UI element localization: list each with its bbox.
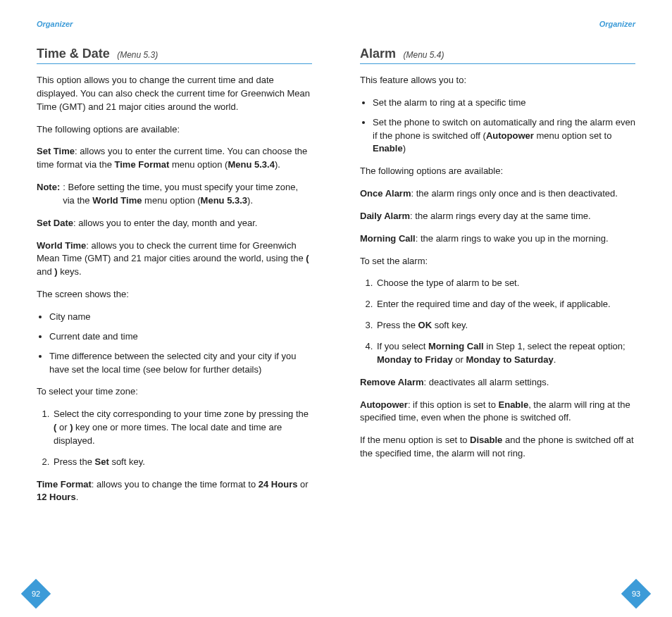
title-time-date: Time & Date [37, 46, 110, 61]
list-item: City name [49, 311, 312, 324]
page-number-left: 92 [21, 579, 51, 609]
body-left: This option allows you to change the cur… [37, 74, 312, 504]
autopower-para: Autopower: if this option is set to Enab… [360, 399, 635, 425]
once-alarm-para: Once Alarm: the alarm rings only once an… [360, 187, 635, 201]
intro-text: This option allows you to change the cur… [37, 74, 312, 114]
header-right: Organizer [360, 20, 635, 28]
options-intro: The following options are available: [360, 165, 635, 178]
page-right: Organizer Alarm (Menu 5.4) This feature … [336, 0, 672, 617]
screen-shows-list: City name Current date and time Time dif… [37, 311, 312, 376]
section-head-time-date: Time & Date (Menu 5.3) [37, 46, 312, 64]
select-zone-steps: Select the city corresponding to your ti… [37, 408, 312, 468]
left-key-icon: ( [306, 253, 309, 263]
header-left: Organizer [37, 20, 312, 28]
menu-ref-alarm: (Menu 5.4) [403, 50, 444, 60]
list-item: Choose the type of alarm to be set. [375, 277, 635, 290]
intro-text: This feature allows you to: [360, 74, 635, 87]
screen-shows: The screen shows the: [37, 288, 312, 301]
remove-alarm-para: Remove Alarm: deactivates all alarm sett… [360, 376, 635, 389]
list-item: Time difference between the selected cit… [49, 350, 312, 377]
note-block: Note: : Before setting the time, you mus… [37, 181, 312, 208]
time-format-para: Time Format: allows you to change the ti… [37, 478, 312, 505]
list-item: Press the Set soft key. [52, 456, 312, 469]
daily-alarm-para: Daily Alarm: the alarm rings every day a… [360, 210, 635, 223]
set-date-para: Set Date: allows you to enter the day, m… [37, 217, 312, 230]
list-item: Select the city corresponding to your ti… [52, 408, 312, 448]
morning-call-para: Morning Call: the alarm rings to wake yo… [360, 232, 635, 246]
select-zone-intro: To select your time zone: [37, 385, 312, 399]
list-item: Set the alarm to ring at a specific time [373, 96, 635, 110]
list-item: Current date and time [49, 330, 312, 344]
world-time-para: World Time: allows you to check the curr… [37, 239, 312, 280]
intro-bullets: Set the alarm to ring at a specific time… [360, 96, 635, 156]
list-item: Enter the required time and day of the w… [375, 298, 635, 311]
list-item: Set the phone to switch on automatically… [373, 116, 635, 156]
page-left: Organizer Time & Date (Menu 5.3) This op… [0, 0, 336, 617]
list-item: Press the OK soft key. [375, 319, 635, 332]
disable-para: If the menu option is set to Disable and… [360, 434, 635, 461]
menu-ref-time-date: (Menu 5.3) [117, 50, 158, 60]
set-time-para: Set Time: allows you to enter the curren… [37, 145, 312, 172]
note-label: Note: [37, 181, 60, 208]
options-intro: The following options are available: [37, 123, 312, 137]
section-head-alarm: Alarm (Menu 5.4) [360, 46, 635, 64]
list-item: If you select Morning Call in Step 1, se… [375, 340, 635, 367]
title-alarm: Alarm [360, 46, 396, 61]
to-set-steps: Choose the type of alarm to be set. Ente… [360, 277, 635, 366]
note-body: : Before setting the time, you must spec… [63, 181, 312, 208]
page-number-right: 93 [621, 579, 651, 609]
to-set-intro: To set the alarm: [360, 255, 635, 268]
body-right: This feature allows you to: Set the alar… [360, 74, 635, 461]
